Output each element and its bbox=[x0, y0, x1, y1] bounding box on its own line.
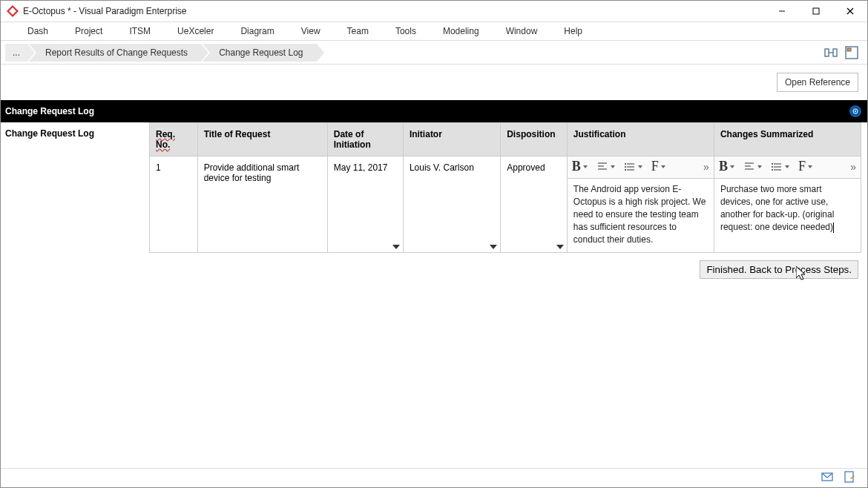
changes-text[interactable]: Purchase two more smart devices, one for… bbox=[720, 183, 855, 234]
form-section-label: Change Request Log bbox=[1, 122, 149, 253]
menu-tools[interactable]: Tools bbox=[382, 22, 430, 41]
breadcrumb: ... Report Results of Change Requests Ch… bbox=[1, 41, 867, 65]
dropdown-icon[interactable] bbox=[490, 245, 497, 249]
statusbar bbox=[1, 468, 867, 487]
col-header-initiator[interactable]: Initiator bbox=[403, 123, 500, 156]
panel-target-icon[interactable] bbox=[849, 105, 861, 117]
menu-window[interactable]: Window bbox=[493, 22, 551, 41]
more-icon[interactable]: » bbox=[700, 161, 712, 173]
close-button[interactable] bbox=[833, 1, 867, 22]
svg-point-29 bbox=[772, 166, 773, 168]
note-icon[interactable] bbox=[844, 471, 855, 485]
breadcrumb-item-1[interactable]: Report Results of Change Requests bbox=[29, 44, 201, 62]
menu-team[interactable]: Team bbox=[334, 22, 382, 41]
align-left-button[interactable] bbox=[594, 159, 618, 174]
table-row: 1 Provide additional smart device for te… bbox=[150, 156, 861, 253]
col-header-reqno[interactable]: Req. No. bbox=[156, 129, 175, 150]
minimize-button[interactable] bbox=[765, 1, 799, 22]
col-header-date[interactable]: Date of Initiation bbox=[327, 123, 403, 156]
menu-help[interactable]: Help bbox=[550, 22, 596, 41]
justification-text[interactable]: The Android app version E-Octopus is a h… bbox=[573, 183, 708, 246]
font-button[interactable]: F bbox=[795, 157, 815, 176]
cell-initiator[interactable]: Louis V. Carlson bbox=[410, 162, 474, 173]
list-button[interactable] bbox=[621, 159, 645, 174]
svg-rect-6 bbox=[825, 49, 829, 56]
dropdown-icon[interactable] bbox=[556, 245, 564, 249]
diagram-panel-icon[interactable] bbox=[845, 46, 858, 59]
svg-marker-33 bbox=[850, 475, 855, 479]
svg-point-21 bbox=[625, 169, 626, 171]
list-button[interactable] bbox=[768, 159, 792, 174]
open-reference-button[interactable]: Open Reference bbox=[777, 73, 858, 92]
menu-uexceler[interactable]: UeXceler bbox=[164, 22, 227, 41]
font-button[interactable]: F bbox=[648, 157, 668, 176]
bold-button[interactable]: B bbox=[569, 157, 591, 176]
menu-diagram[interactable]: Diagram bbox=[227, 22, 287, 41]
col-header-justification[interactable]: Justification bbox=[567, 123, 714, 156]
mail-icon[interactable] bbox=[821, 471, 833, 485]
cell-justification[interactable]: B F » The And bbox=[567, 156, 714, 253]
align-left-button[interactable] bbox=[740, 159, 765, 174]
titlebar: E-Octopus * - Visual Paradigm Enterprise bbox=[1, 1, 867, 22]
svg-point-20 bbox=[625, 166, 626, 168]
app-icon bbox=[7, 5, 19, 17]
breadcrumb-item-2[interactable]: Change Request Log bbox=[203, 44, 316, 62]
panel-title: Change Request Log bbox=[5, 106, 94, 116]
bold-button[interactable]: B bbox=[716, 157, 737, 176]
breadcrumb-root[interactable]: ... bbox=[5, 44, 27, 62]
change-request-table: Req. No. Title of Request Date of Initia… bbox=[149, 122, 861, 253]
more-icon[interactable]: » bbox=[847, 161, 859, 173]
menu-dash[interactable]: Dash bbox=[14, 22, 62, 41]
menu-view[interactable]: View bbox=[288, 22, 334, 41]
svg-point-28 bbox=[772, 163, 773, 165]
cell-disposition[interactable]: Approved bbox=[507, 162, 545, 173]
menu-modeling[interactable]: Modeling bbox=[430, 22, 493, 41]
dropdown-icon[interactable] bbox=[392, 245, 400, 249]
col-header-title[interactable]: Title of Request bbox=[197, 123, 327, 156]
svg-point-19 bbox=[625, 163, 626, 165]
cell-changes[interactable]: B F » Purchas bbox=[714, 156, 861, 253]
diagram-overview-icon[interactable] bbox=[824, 46, 838, 59]
col-header-changes[interactable]: Changes Summarized bbox=[714, 123, 861, 156]
cell-date[interactable]: May 11, 2017 bbox=[334, 162, 388, 173]
svg-rect-7 bbox=[833, 49, 837, 56]
menubar: Dash Project ITSM UeXceler Diagram View … bbox=[1, 22, 867, 41]
rtf-toolbar: B F » bbox=[714, 156, 861, 179]
panel-header: Change Request Log bbox=[1, 100, 867, 122]
text-caret bbox=[833, 222, 834, 233]
finished-button[interactable]: Finished. Back to Process Steps. bbox=[700, 260, 858, 279]
maximize-button[interactable] bbox=[799, 1, 833, 22]
svg-rect-32 bbox=[845, 472, 853, 482]
svg-point-12 bbox=[855, 111, 856, 112]
svg-point-30 bbox=[772, 169, 773, 171]
menu-project[interactable]: Project bbox=[62, 22, 116, 41]
svg-rect-10 bbox=[847, 48, 851, 51]
col-header-disposition[interactable]: Disposition bbox=[501, 123, 568, 156]
rtf-toolbar: B F » bbox=[568, 156, 714, 179]
menu-itsm[interactable]: ITSM bbox=[116, 22, 164, 41]
cell-reqno[interactable]: 1 bbox=[156, 162, 161, 173]
window-title: E-Octopus * - Visual Paradigm Enterprise bbox=[23, 6, 187, 16]
svg-rect-3 bbox=[813, 8, 819, 14]
cell-title[interactable]: Provide additional smart device for test… bbox=[204, 162, 300, 183]
